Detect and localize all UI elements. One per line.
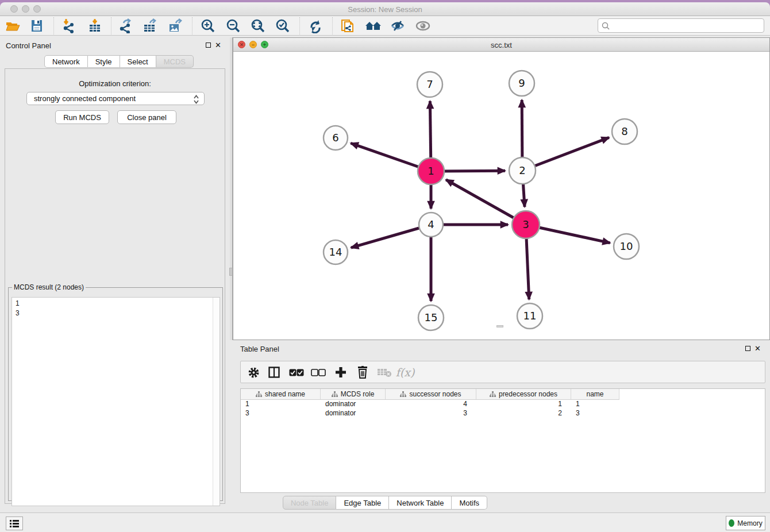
search-field[interactable] — [612, 20, 761, 32]
table-cell: 3 — [241, 409, 321, 418]
add-column-icon[interactable] — [333, 365, 349, 380]
table-toolbar: f(x) — [240, 361, 765, 383]
network-canvas[interactable]: 7968124314101511 — [233, 52, 769, 340]
column-header-shared-name[interactable]: shared name — [241, 389, 321, 400]
open-session-icon[interactable] — [5, 18, 21, 34]
mcds-panel: Optimization criterion: strongly connect… — [5, 68, 225, 504]
function-builder-icon: f(x) — [397, 365, 413, 380]
node-table[interactable]: shared nameMCDS rolesuccessor nodesprede… — [240, 388, 765, 493]
graph-node-label: 7 — [426, 78, 433, 90]
zoom-out-icon[interactable] — [225, 18, 241, 34]
mcds-result-lines: 1 3 — [16, 299, 20, 318]
status-bar: Memory — [0, 512, 770, 532]
column-header-MCDS-role[interactable]: MCDS role — [321, 389, 386, 400]
toolbar-divider — [299, 17, 300, 34]
column-type-icon — [400, 391, 406, 398]
memory-status-icon — [729, 519, 734, 527]
column-header-name[interactable]: name — [571, 389, 619, 400]
optimization-criterion-select[interactable]: strongly connected component — [26, 92, 205, 105]
control-panel-buttons: ✕ — [206, 43, 221, 48]
graph-node-label: 4 — [428, 218, 434, 230]
export-table-icon[interactable] — [142, 18, 158, 34]
memory-button[interactable]: Memory — [726, 516, 765, 530]
export-network-icon[interactable] — [117, 18, 133, 34]
table-cell: 2 — [476, 409, 571, 418]
tab-node-table[interactable]: Node Table — [283, 496, 337, 510]
graph-node-label: 15 — [425, 311, 438, 323]
toolbar-divider — [192, 17, 192, 34]
column-header-predecessor-nodes[interactable]: predecessor nodes — [476, 389, 571, 400]
close-panel-button[interactable]: Close panel — [117, 110, 176, 124]
tab-motifs[interactable]: Motifs — [452, 496, 487, 510]
task-history-button[interactable] — [6, 516, 23, 530]
apply-layout-icon[interactable] — [307, 18, 324, 34]
split-columns-icon[interactable] — [266, 365, 282, 380]
clone-network-icon[interactable] — [340, 18, 356, 34]
graph-node-label: 3 — [522, 218, 529, 230]
table-tabs: Node TableEdge TableNetwork TableMotifs — [0, 496, 770, 510]
zoom-in-icon[interactable] — [200, 18, 216, 34]
tab-edge-table[interactable]: Edge Table — [336, 496, 389, 510]
table-row[interactable]: 3dominator323 — [241, 409, 765, 418]
select-value: strongly connected component — [34, 94, 136, 103]
optimization-criterion-label: Optimization criterion: — [5, 79, 225, 88]
control-panel-tabs: NetworkStyleSelectMCDS — [44, 55, 194, 68]
mcds-result-title: MCDS result (2 nodes) — [12, 283, 86, 291]
tab-network[interactable]: Network — [44, 55, 88, 68]
zoom-fit-icon[interactable] — [250, 18, 266, 34]
table-cell: 3 — [386, 409, 476, 418]
result-scrollbar[interactable] — [213, 298, 220, 506]
show-graphics-details-icon[interactable] — [415, 18, 431, 34]
home-icon[interactable] — [365, 18, 381, 34]
float-table-panel-icon[interactable] — [745, 346, 750, 351]
mcds-result-group: MCDS result (2 nodes) 1 3 — [8, 283, 223, 501]
delete-column-icon[interactable] — [355, 365, 371, 380]
tab-select[interactable]: Select — [120, 55, 156, 68]
search-input[interactable] — [598, 18, 764, 33]
import-network-icon[interactable] — [61, 18, 77, 34]
table-cell: 1 — [241, 400, 321, 409]
select-all-icon[interactable] — [288, 365, 305, 380]
tab-style[interactable]: Style — [88, 55, 120, 68]
list-icon — [9, 519, 20, 527]
table-cell: 4 — [386, 400, 476, 409]
toolbar-divider — [111, 17, 111, 34]
graph-node-label: 11 — [523, 310, 537, 322]
save-session-icon[interactable] — [29, 18, 45, 34]
run-mcds-button[interactable]: Run MCDS — [55, 110, 109, 124]
graph-node-label: 6 — [332, 132, 338, 144]
hide-graphics-details-icon[interactable] — [390, 18, 406, 34]
column-type-icon — [256, 391, 262, 398]
table-body: 1dominator4113dominator323 — [241, 400, 765, 418]
graph-node-label: 2 — [519, 164, 525, 176]
memory-label: Memory — [737, 519, 762, 527]
network-window-titlebar[interactable]: ✕ − + scc.txt — [233, 38, 769, 52]
table-panel-title: Table Panel — [240, 345, 279, 353]
tab-network-table[interactable]: Network Table — [389, 496, 452, 510]
import-table-icon[interactable] — [87, 18, 103, 34]
delete-table-icon — [376, 365, 392, 380]
graph-node-label: 1 — [428, 165, 434, 177]
graph-node-label: 8 — [621, 125, 627, 137]
table-row[interactable]: 1dominator411 — [241, 400, 765, 409]
network-window-title: scc.txt — [233, 41, 769, 49]
mcds-result-textarea[interactable]: 1 3 — [11, 297, 220, 506]
table-cell: 3 — [571, 409, 619, 418]
float-panel-icon[interactable] — [206, 43, 211, 48]
select-stepper-icon — [193, 94, 199, 105]
column-header-successor-nodes[interactable]: successor nodes — [386, 389, 476, 400]
table-header-row: shared nameMCDS rolesuccessor nodesprede… — [241, 389, 765, 400]
toolbar-divider — [332, 17, 333, 34]
close-table-panel-icon[interactable]: ✕ — [754, 346, 761, 351]
unselect-all-icon[interactable] — [310, 365, 326, 380]
network-resize-handle[interactable] — [496, 325, 503, 327]
control-panel-title: Control Panel — [6, 41, 51, 50]
table-settings-icon[interactable] — [245, 365, 261, 380]
close-panel-icon[interactable]: ✕ — [215, 43, 221, 48]
table-cell: dominator — [321, 409, 386, 418]
zoom-selected-icon[interactable] — [275, 18, 291, 34]
window-title: Session: New Session — [0, 5, 770, 14]
tab-mcds[interactable]: MCDS — [156, 55, 194, 68]
export-image-icon[interactable] — [167, 18, 183, 34]
table-cell: 1 — [476, 400, 571, 409]
